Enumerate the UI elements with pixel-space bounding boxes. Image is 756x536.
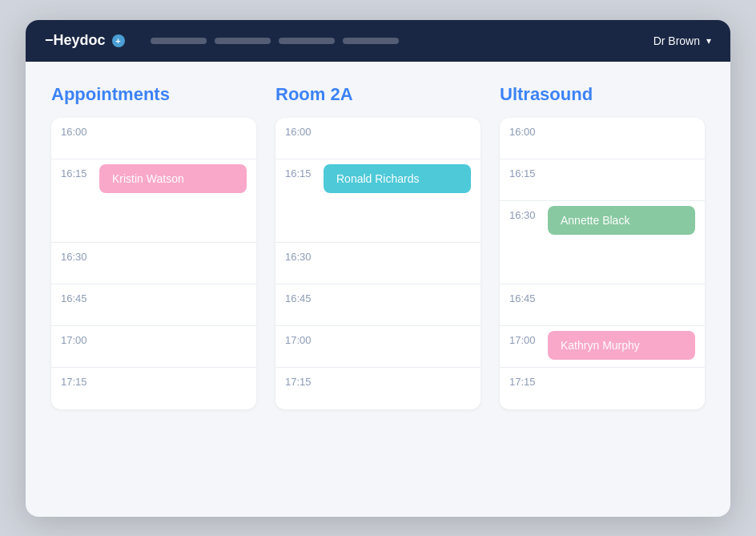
ultrasound-column: Ultrasound 16:00 16:15 16:30 — [500, 84, 705, 409]
logo-plus-icon: + — [112, 34, 125, 47]
time-slot-1630-room2a: 16:30 — [275, 243, 481, 284]
event-area[interactable]: Ronald Richards — [317, 159, 471, 198]
event-area — [317, 118, 471, 127]
time-label: 16:30 — [285, 243, 317, 263]
time-slot-1600-us: 16:00 — [500, 118, 705, 159]
event-area — [541, 118, 695, 127]
event-area — [541, 284, 695, 294]
nav-pill-4[interactable] — [343, 38, 399, 44]
event-area — [93, 284, 247, 294]
event-area — [541, 368, 695, 377]
time-label: 16:30 — [61, 243, 93, 263]
time-label: 16:00 — [61, 118, 93, 138]
event-area — [541, 159, 695, 169]
main-content: Appointments 16:00 16:15 Kristin Watson — [26, 62, 730, 517]
time-slot-1700-room2a: 17:00 — [275, 326, 481, 368]
appointment-kathryn-murphy[interactable]: Kathryn Murphy — [548, 331, 695, 360]
user-info[interactable]: Dr Brown ▾ — [653, 34, 711, 47]
time-slot-1630-us: 16:30 Annette Black — [500, 201, 705, 284]
time-slot-1645-us: 16:45 — [500, 284, 705, 326]
dropdown-arrow-icon: ▾ — [706, 35, 711, 46]
appointment-ronald-richards[interactable]: Ronald Richards — [324, 164, 471, 193]
event-area[interactable]: Annette Black — [541, 201, 695, 240]
app-window: −Heydoc + Dr Brown ▾ Appointments 16:00 — [26, 20, 730, 517]
room2a-title: Room 2A — [275, 84, 481, 105]
time-label: 16:15 — [509, 159, 541, 179]
header: −Heydoc + Dr Brown ▾ — [26, 20, 730, 62]
columns-grid: Appointments 16:00 16:15 Kristin Watson — [51, 84, 705, 409]
time-label: 16:45 — [509, 284, 541, 304]
logo[interactable]: −Heydoc + — [45, 32, 125, 49]
event-area — [317, 368, 471, 377]
nav-pills — [151, 38, 653, 44]
time-label: 16:15 — [61, 159, 93, 179]
appointments-column: Appointments 16:00 16:15 Kristin Watson — [51, 84, 256, 409]
user-label: Dr Brown — [653, 34, 700, 47]
room2a-column: Room 2A 16:00 16:15 Ronald Richards — [275, 84, 481, 409]
time-slot-1615-room2a: 16:15 Ronald Richards — [275, 159, 481, 243]
time-slot-1700-us: 17:00 Kathryn Murphy — [500, 326, 705, 368]
event-area — [93, 118, 247, 127]
time-slot-1615-us: 16:15 — [500, 159, 705, 201]
logo-text: −Heydoc — [45, 32, 106, 49]
nav-pill-1[interactable] — [151, 38, 207, 44]
ultrasound-title: Ultrasound — [500, 84, 705, 105]
event-area — [317, 326, 471, 336]
time-slot-1645-room2a: 16:45 — [275, 284, 481, 326]
room2a-panel: 16:00 16:15 Ronald Richards — [275, 118, 481, 409]
appointment-kristin-watson[interactable]: Kristin Watson — [99, 164, 247, 193]
appointments-title: Appointments — [51, 84, 256, 105]
time-slot-1615-appt: 16:15 Kristin Watson — [51, 159, 256, 243]
event-area — [93, 326, 247, 336]
time-label: 16:30 — [509, 201, 541, 221]
nav-pill-2[interactable] — [215, 38, 271, 44]
event-area — [317, 243, 471, 252]
event-area — [93, 368, 247, 377]
time-slot-1700-appt: 17:00 — [51, 326, 256, 368]
time-label: 16:00 — [509, 118, 541, 138]
time-slot-1600-room2a: 16:00 — [275, 118, 481, 159]
time-slot-1600-appt: 16:00 — [51, 118, 256, 159]
time-label: 17:15 — [285, 368, 317, 388]
appointment-annette-black[interactable]: Annette Black — [548, 206, 695, 235]
nav-pill-3[interactable] — [279, 38, 335, 44]
event-area[interactable]: Kristin Watson — [93, 159, 247, 198]
time-slot-1715-room2a: 17:15 — [275, 368, 481, 409]
time-label: 16:45 — [61, 284, 93, 304]
appointments-panel: 16:00 16:15 Kristin Watson — [51, 118, 256, 409]
ultrasound-panel: 16:00 16:15 16:30 Annette Black — [500, 118, 705, 409]
time-slot-1715-us: 17:15 — [500, 368, 705, 409]
time-label: 16:45 — [285, 284, 317, 304]
event-area — [317, 284, 471, 294]
time-slot-1630-appt: 16:30 — [51, 243, 256, 284]
time-slot-1645-appt: 16:45 — [51, 284, 256, 326]
time-label: 16:15 — [285, 159, 317, 179]
time-label: 17:15 — [509, 368, 541, 388]
time-label: 17:00 — [509, 326, 541, 346]
time-label: 17:15 — [61, 368, 93, 388]
time-slot-1715-appt: 17:15 — [51, 368, 256, 409]
time-label: 17:00 — [61, 326, 93, 346]
event-area — [93, 243, 247, 252]
time-label: 16:00 — [285, 118, 317, 138]
time-label: 17:00 — [285, 326, 317, 346]
event-area[interactable]: Kathryn Murphy — [541, 326, 695, 365]
